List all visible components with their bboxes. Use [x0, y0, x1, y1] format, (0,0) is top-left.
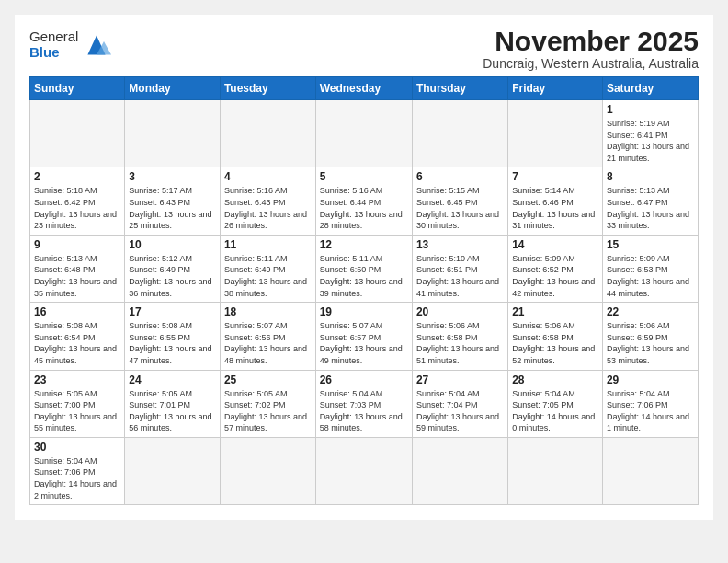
- day-number: 13: [416, 238, 504, 251]
- day-number: 20: [416, 305, 504, 318]
- day-info: Sunrise: 5:13 AMSunset: 6:47 PMDaylight:…: [607, 185, 694, 231]
- header-saturday: Saturday: [602, 77, 698, 100]
- day-1: 1 Sunrise: 5:19 AMSunset: 6:41 PMDayligh…: [602, 100, 698, 167]
- table-row: 16 Sunrise: 5:08 AMSunset: 6:54 PMDaylig…: [30, 303, 699, 370]
- empty-cell: [412, 437, 507, 504]
- day-number: 25: [224, 373, 312, 386]
- day-number: 29: [607, 373, 694, 386]
- table-row: 30 Sunrise: 5:04 AMSunset: 7:06 PMDaylig…: [30, 437, 699, 504]
- day-23: 23 Sunrise: 5:05 AMSunset: 7:00 PMDaylig…: [30, 370, 125, 437]
- day-info: Sunrise: 5:04 AMSunset: 7:04 PMDaylight:…: [416, 388, 504, 434]
- day-7: 7 Sunrise: 5:14 AMSunset: 6:46 PMDayligh…: [508, 167, 603, 235]
- day-number: 30: [34, 441, 120, 454]
- day-number: 2: [34, 170, 120, 183]
- day-4: 4 Sunrise: 5:16 AMSunset: 6:43 PMDayligh…: [220, 167, 315, 235]
- day-number: 11: [224, 238, 312, 251]
- empty-cell: [315, 100, 412, 167]
- day-info: Sunrise: 5:08 AMSunset: 6:54 PMDaylight:…: [34, 320, 120, 366]
- day-info: Sunrise: 5:04 AMSunset: 7:03 PMDaylight:…: [320, 388, 408, 434]
- day-19: 19 Sunrise: 5:07 AMSunset: 6:57 PMDaylig…: [315, 303, 412, 370]
- day-number: 28: [512, 373, 598, 386]
- day-number: 17: [129, 305, 216, 318]
- day-number: 18: [224, 305, 312, 318]
- day-number: 15: [607, 238, 694, 251]
- day-number: 12: [320, 238, 408, 251]
- day-14: 14 Sunrise: 5:09 AMSunset: 6:52 PMDaylig…: [508, 235, 603, 302]
- day-info: Sunrise: 5:06 AMSunset: 6:59 PMDaylight:…: [607, 320, 694, 366]
- day-5: 5 Sunrise: 5:16 AMSunset: 6:44 PMDayligh…: [315, 167, 412, 235]
- day-15: 15 Sunrise: 5:09 AMSunset: 6:53 PMDaylig…: [602, 235, 698, 302]
- day-22: 22 Sunrise: 5:06 AMSunset: 6:59 PMDaylig…: [602, 303, 698, 370]
- day-number: 23: [34, 373, 120, 386]
- logo-icon: [82, 30, 111, 60]
- day-info: Sunrise: 5:17 AMSunset: 6:43 PMDaylight:…: [129, 185, 216, 231]
- day-info: Sunrise: 5:15 AMSunset: 6:45 PMDaylight:…: [416, 185, 504, 231]
- day-info: Sunrise: 5:06 AMSunset: 6:58 PMDaylight:…: [416, 320, 504, 366]
- day-9: 9 Sunrise: 5:13 AMSunset: 6:48 PMDayligh…: [30, 235, 125, 302]
- table-row: 2 Sunrise: 5:18 AMSunset: 6:42 PMDayligh…: [30, 167, 699, 235]
- day-number: 27: [416, 373, 504, 386]
- day-2: 2 Sunrise: 5:18 AMSunset: 6:42 PMDayligh…: [30, 167, 125, 235]
- logo-general: General: [29, 29, 78, 44]
- header-tuesday: Tuesday: [220, 77, 315, 100]
- day-27: 27 Sunrise: 5:04 AMSunset: 7:04 PMDaylig…: [412, 370, 507, 437]
- day-info: Sunrise: 5:06 AMSunset: 6:58 PMDaylight:…: [512, 320, 598, 366]
- day-info: Sunrise: 5:13 AMSunset: 6:48 PMDaylight:…: [34, 253, 120, 299]
- day-30: 30 Sunrise: 5:04 AMSunset: 7:06 PMDaylig…: [30, 437, 125, 504]
- header-monday: Monday: [125, 77, 221, 100]
- header-wednesday: Wednesday: [315, 77, 412, 100]
- day-28: 28 Sunrise: 5:04 AMSunset: 7:05 PMDaylig…: [508, 370, 603, 437]
- day-info: Sunrise: 5:16 AMSunset: 6:44 PMDaylight:…: [320, 185, 408, 231]
- day-info: Sunrise: 5:07 AMSunset: 6:57 PMDaylight:…: [320, 320, 408, 366]
- day-info: Sunrise: 5:16 AMSunset: 6:43 PMDaylight:…: [224, 185, 312, 231]
- day-info: Sunrise: 5:05 AMSunset: 7:00 PMDaylight:…: [34, 388, 120, 434]
- day-number: 7: [512, 170, 598, 183]
- logo: General Blue: [29, 29, 111, 60]
- day-info: Sunrise: 5:08 AMSunset: 6:55 PMDaylight:…: [129, 320, 216, 366]
- day-number: 8: [607, 170, 694, 183]
- empty-cell: [602, 437, 698, 504]
- day-26: 26 Sunrise: 5:04 AMSunset: 7:03 PMDaylig…: [315, 370, 412, 437]
- calendar: Sunday Monday Tuesday Wednesday Thursday…: [29, 76, 699, 505]
- table-row: 9 Sunrise: 5:13 AMSunset: 6:48 PMDayligh…: [30, 235, 699, 302]
- day-number: 5: [320, 170, 408, 183]
- day-8: 8 Sunrise: 5:13 AMSunset: 6:47 PMDayligh…: [602, 167, 698, 235]
- day-number: 26: [320, 373, 408, 386]
- day-13: 13 Sunrise: 5:10 AMSunset: 6:51 PMDaylig…: [412, 235, 507, 302]
- day-info: Sunrise: 5:11 AMSunset: 6:50 PMDaylight:…: [320, 253, 408, 299]
- table-row: 1 Sunrise: 5:19 AMSunset: 6:41 PMDayligh…: [30, 100, 699, 167]
- day-17: 17 Sunrise: 5:08 AMSunset: 6:55 PMDaylig…: [125, 303, 221, 370]
- day-number: 24: [129, 373, 216, 386]
- day-number: 6: [416, 170, 504, 183]
- header-sunday: Sunday: [30, 77, 125, 100]
- empty-cell: [220, 437, 315, 504]
- day-number: 1: [607, 103, 694, 116]
- day-20: 20 Sunrise: 5:06 AMSunset: 6:58 PMDaylig…: [412, 303, 507, 370]
- header-friday: Friday: [508, 77, 603, 100]
- weekday-header-row: Sunday Monday Tuesday Wednesday Thursday…: [30, 77, 699, 100]
- day-number: 3: [129, 170, 216, 183]
- header: General Blue November 2025 Duncraig, Wes…: [29, 26, 699, 71]
- day-21: 21 Sunrise: 5:06 AMSunset: 6:58 PMDaylig…: [508, 303, 603, 370]
- day-info: Sunrise: 5:09 AMSunset: 6:52 PMDaylight:…: [512, 253, 598, 299]
- day-info: Sunrise: 5:04 AMSunset: 7:05 PMDaylight:…: [512, 388, 598, 434]
- day-10: 10 Sunrise: 5:12 AMSunset: 6:49 PMDaylig…: [125, 235, 221, 302]
- empty-cell: [412, 100, 507, 167]
- day-info: Sunrise: 5:09 AMSunset: 6:53 PMDaylight:…: [607, 253, 694, 299]
- empty-cell: [30, 100, 125, 167]
- day-info: Sunrise: 5:04 AMSunset: 7:06 PMDaylight:…: [34, 455, 120, 501]
- day-3: 3 Sunrise: 5:17 AMSunset: 6:43 PMDayligh…: [125, 167, 221, 235]
- day-29: 29 Sunrise: 5:04 AMSunset: 7:06 PMDaylig…: [602, 370, 698, 437]
- day-number: 9: [34, 238, 120, 251]
- day-info: Sunrise: 5:07 AMSunset: 6:56 PMDaylight:…: [224, 320, 312, 366]
- day-25: 25 Sunrise: 5:05 AMSunset: 7:02 PMDaylig…: [220, 370, 315, 437]
- empty-cell: [220, 100, 315, 167]
- day-number: 21: [512, 305, 598, 318]
- month-title: November 2025: [483, 26, 699, 56]
- day-info: Sunrise: 5:04 AMSunset: 7:06 PMDaylight:…: [607, 388, 694, 434]
- day-number: 19: [320, 305, 408, 318]
- day-16: 16 Sunrise: 5:08 AMSunset: 6:54 PMDaylig…: [30, 303, 125, 370]
- day-24: 24 Sunrise: 5:05 AMSunset: 7:01 PMDaylig…: [125, 370, 221, 437]
- day-number: 4: [224, 170, 312, 183]
- day-number: 22: [607, 305, 694, 318]
